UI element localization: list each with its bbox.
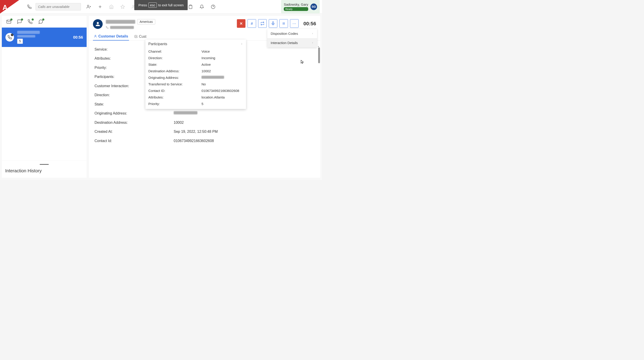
svg-marker-5 [121,5,124,8]
end-call-button[interactable] [237,19,246,28]
popover-row-label: Transferred to Service: [148,82,202,86]
popover-row-value: Active [202,63,211,67]
create-icon[interactable] [98,4,102,9]
popover-row: Direction:Incoming [146,55,246,61]
mail-channel-icon[interactable] [6,19,11,24]
popover-row: Destination Address:10002 [146,68,246,75]
user-status-badge: Ready [284,7,308,11]
destination-value: 10002 [174,120,184,125]
popover-row-label: Originating Address: [148,76,202,80]
interaction-history-panel[interactable]: Interaction History [2,161,86,178]
caller-number-redacted [17,31,40,34]
popover-row-value: 10002 [202,69,211,73]
more-options-dropdown: Disposition Codes Interaction Details [267,29,317,47]
contact-label: Contact Id: [94,139,174,143]
clipboard-icon[interactable] [188,4,193,9]
tab-label: Customer Details [98,34,128,38]
popover-row-value [202,76,224,80]
participants-popover: Participants Channel:VoiceDirection:Inco… [146,39,246,109]
popover-row-value: 01067349921663602608 [202,89,239,93]
hint-suffix: to exit full screen [158,3,184,7]
scroll-up-icon[interactable]: ▴ [318,45,320,47]
popover-row-value: No [202,82,206,86]
dialpad-button[interactable]: # [248,19,256,28]
popover-row: Attributes:location.Atlanta [146,94,246,101]
region-badge: Americas [137,19,155,24]
popover-row: Contact ID:01067349921663602608 [146,88,246,94]
popover-row-label: State: [148,63,202,67]
popover-row-value: Incoming [202,56,215,60]
popover-row: Priority:5 [146,101,246,107]
add-user-icon[interactable] [86,4,91,9]
chevron-right-icon[interactable] [240,42,243,45]
popover-row-label: Channel: [148,50,202,53]
call-timer: 00:56 [304,21,316,26]
hold-button[interactable] [280,19,288,28]
star-icon[interactable] [120,4,125,9]
created-label: Created At: [94,130,174,134]
call-input[interactable] [36,3,81,10]
cursor-icon [300,60,304,64]
dropdown-item-label: Interaction Details [271,41,298,45]
popover-row-value: Voice [202,50,210,53]
dropdown-item-label: Disposition Codes [271,32,298,35]
call-icon: + [6,33,14,41]
popover-row: Transferred to Service:No [146,81,246,88]
home-icon[interactable] [109,4,114,9]
bell-icon[interactable] [200,4,204,9]
transfer-button[interactable] [258,19,267,28]
logo[interactable]: A [0,0,19,13]
customer-avatar [93,19,103,29]
svg-point-0 [87,5,89,6]
hint-prefix: Press [138,3,147,7]
scrollbar[interactable] [318,47,320,63]
popover-title: Participants [148,42,167,46]
sidebar: + 5 00:56 Interaction History [2,16,86,178]
user-avatar[interactable]: SG [310,3,317,10]
voice-channel-icon[interactable] [28,19,32,24]
call-priority-badge: 5 [17,39,23,44]
chevron-right-icon [311,32,314,35]
popover-row-label: Direction: [148,56,202,60]
originating-label: Originating Address: [94,111,174,116]
svg-point-6 [133,5,134,6]
tab-label: Cust [139,34,146,39]
customer-phone-redacted [110,26,134,29]
content-panel: Americas # ⋯ 00:56 [89,16,320,178]
popover-row: Originating Address: [146,75,246,81]
call-duration: 00:56 [73,35,83,39]
drag-handle-icon[interactable] [40,164,49,165]
contact-value: 01067349921663602608 [174,139,214,143]
phone-icon[interactable] [27,4,32,9]
esc-key: esc [148,2,157,8]
popover-row: Channel:Voice [146,48,246,55]
tab-customer-details[interactable]: Customer Details [93,32,129,41]
popover-row-value: 5 [202,102,203,106]
message-channel-icon[interactable] [38,19,43,24]
originating-redacted [202,76,224,79]
svg-rect-10 [190,5,191,5]
chat-channel-icon[interactable] [17,19,22,24]
more-options-button[interactable]: ⋯ [290,19,299,28]
popover-row-label: Destination Address: [148,69,202,73]
popover-row: State:Active [146,61,246,68]
popover-row-value: location.Atlanta [202,96,225,99]
popover-row-label: Contact ID: [148,89,202,93]
dropdown-disposition-codes[interactable]: Disposition Codes [267,29,317,38]
popover-row-label: Priority: [148,102,202,106]
dropdown-interaction-details[interactable]: Interaction Details [267,38,317,47]
originating-value-redacted [174,111,198,115]
svg-point-18 [95,35,96,36]
fullscreen-hint: Press esc to exit full screen [134,0,188,10]
help-icon[interactable] [211,4,216,9]
customer-number-redacted [106,20,135,24]
chevron-right-icon [311,42,314,44]
caller-name-redacted [17,35,35,37]
popover-row-label: Attributes: [148,96,202,99]
user-area[interactable]: Sadowsky, Gary Ready SG [281,0,320,13]
mute-button[interactable] [269,19,278,28]
active-call-card[interactable]: + 5 00:56 [2,27,86,47]
interaction-history-title: Interaction History [5,168,83,174]
destination-label: Destination Address: [94,120,174,125]
user-name: Sadowsky, Gary [284,2,308,6]
